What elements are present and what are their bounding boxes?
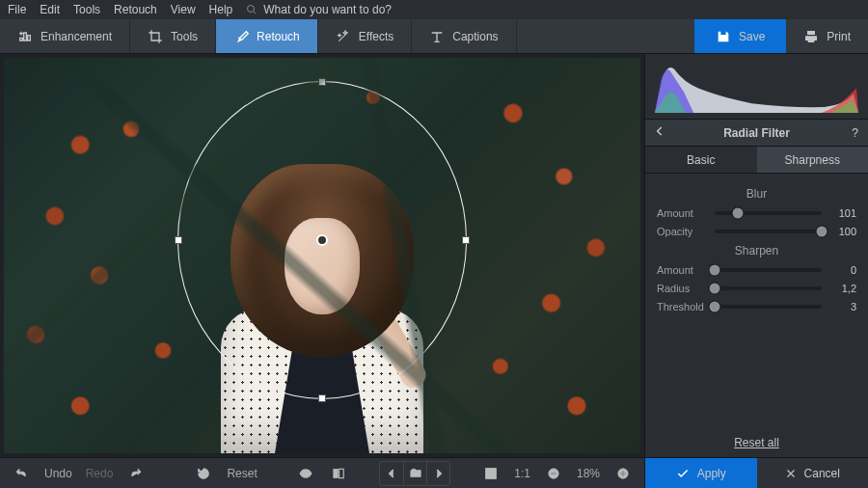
- svg-rect-3: [333, 469, 338, 477]
- back-button[interactable]: [653, 124, 666, 141]
- ratio-label[interactable]: 1:1: [510, 467, 534, 480]
- section-label: Sharpen: [657, 244, 856, 258]
- search-box[interactable]: What do you want to do?: [246, 3, 392, 16]
- search-icon: [246, 4, 258, 15]
- panel-title: Radial Filter: [723, 126, 790, 140]
- redo-label: Redo: [82, 467, 118, 480]
- save-icon: [716, 29, 731, 44]
- slider-thumb[interactable]: [710, 284, 720, 294]
- radial-filter-ellipse[interactable]: [177, 81, 467, 399]
- svg-line-1: [254, 12, 257, 14]
- slider-label: Threshold: [657, 301, 707, 312]
- slider-track[interactable]: [715, 286, 822, 290]
- browse-button[interactable]: [403, 462, 426, 485]
- close-icon: [785, 468, 797, 479]
- slider-thumb[interactable]: [817, 227, 827, 237]
- svg-rect-4: [339, 469, 343, 477]
- toolbar: Enhancement Tools Retouch Effects Captio…: [0, 19, 868, 54]
- zoom-in-button[interactable]: [610, 462, 637, 485]
- slider-amount: Amount0: [657, 264, 856, 276]
- tab-label: Captions: [452, 30, 498, 43]
- preview-toggle[interactable]: [292, 462, 319, 485]
- next-button[interactable]: [426, 462, 449, 485]
- text-icon: [429, 29, 445, 44]
- undo-button[interactable]: [8, 462, 35, 485]
- slider-track[interactable]: [715, 230, 822, 233]
- subtab-sharpness[interactable]: Sharpness: [757, 147, 869, 173]
- reset-all-link[interactable]: Reset all: [645, 428, 868, 457]
- tab-label: Enhancement: [41, 30, 112, 43]
- slider-value: 100: [829, 226, 856, 237]
- menu-retouch[interactable]: Retouch: [114, 3, 157, 16]
- tab-captions[interactable]: Captions: [412, 19, 516, 53]
- search-placeholder: What do you want to do?: [263, 3, 392, 16]
- section-label: Blur: [657, 187, 856, 201]
- prev-button[interactable]: [380, 462, 403, 485]
- slider-threshold: Threshold3: [657, 301, 856, 312]
- bottombar: Undo Redo Reset 1:1 18%: [0, 457, 644, 488]
- zoom-value[interactable]: 18%: [573, 467, 604, 480]
- slider-label: Amount: [657, 207, 707, 219]
- handle-center[interactable]: [316, 234, 328, 246]
- histogram: [645, 54, 868, 120]
- slider-track[interactable]: [715, 268, 822, 272]
- reset-label: Reset: [223, 467, 260, 480]
- handle-bottom[interactable]: [318, 394, 326, 402]
- redo-button[interactable]: [122, 462, 149, 485]
- panel-subtabs: Basic Sharpness: [645, 147, 868, 174]
- tab-effects[interactable]: Effects: [318, 19, 412, 53]
- slider-track[interactable]: [715, 305, 822, 309]
- print-label: Print: [827, 30, 851, 43]
- compare-toggle[interactable]: [325, 462, 352, 485]
- slider-opacity: Opacity100: [657, 226, 856, 237]
- slider-thumb[interactable]: [710, 302, 720, 312]
- brush-icon: [233, 29, 249, 44]
- fit-button[interactable]: [477, 462, 504, 485]
- tab-retouch[interactable]: Retouch: [216, 19, 318, 53]
- handle-top[interactable]: [318, 78, 326, 86]
- svg-rect-10: [622, 471, 623, 476]
- tab-label: Retouch: [257, 30, 300, 43]
- print-button[interactable]: Print: [786, 19, 868, 53]
- slider-track[interactable]: [715, 211, 822, 215]
- canvas[interactable]: [4, 58, 640, 453]
- menu-help[interactable]: Help: [209, 3, 233, 16]
- print-icon: [803, 29, 819, 44]
- help-button[interactable]: ?: [852, 126, 858, 140]
- tab-label: Tools: [171, 30, 198, 43]
- undo-label: Undo: [41, 467, 76, 480]
- subtab-basic[interactable]: Basic: [645, 147, 757, 173]
- slider-label: Opacity: [657, 226, 707, 237]
- panel-header: Radial Filter ?: [645, 120, 868, 147]
- menu-edit[interactable]: Edit: [40, 3, 60, 16]
- menubar: File Edit Tools Retouch View Help What d…: [0, 0, 868, 19]
- svg-point-0: [248, 6, 255, 13]
- slider-radius: Radius1,2: [657, 283, 856, 294]
- apply-label: Apply: [697, 467, 726, 480]
- slider-label: Amount: [657, 264, 707, 276]
- tab-enhancement[interactable]: Enhancement: [0, 19, 130, 53]
- menu-file[interactable]: File: [8, 3, 26, 16]
- apply-button[interactable]: Apply: [645, 458, 757, 488]
- reset-button[interactable]: [190, 462, 217, 485]
- handle-right[interactable]: [462, 236, 470, 244]
- slider-label: Radius: [657, 283, 707, 294]
- cancel-button[interactable]: Cancel: [757, 458, 869, 488]
- slider-thumb[interactable]: [710, 265, 720, 276]
- slider-value: 0: [829, 264, 856, 276]
- zoom-out-button[interactable]: [540, 462, 567, 485]
- crop-icon: [148, 29, 163, 44]
- tab-tools[interactable]: Tools: [130, 19, 216, 53]
- photo-subject: [197, 164, 448, 453]
- menu-tools[interactable]: Tools: [73, 3, 100, 16]
- slider-amount: Amount101: [657, 207, 856, 219]
- save-button[interactable]: Save: [694, 19, 786, 53]
- enhancement-icon: [17, 29, 33, 44]
- tab-label: Effects: [359, 30, 393, 43]
- handle-left[interactable]: [175, 236, 182, 244]
- svg-rect-5: [486, 468, 497, 478]
- menu-view[interactable]: View: [171, 3, 196, 16]
- slider-thumb[interactable]: [733, 208, 744, 219]
- svg-point-2: [304, 472, 308, 475]
- slider-value: 3: [829, 301, 856, 312]
